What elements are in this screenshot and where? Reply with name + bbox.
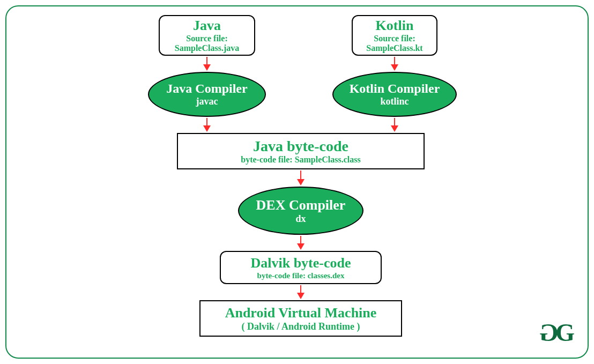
java-src-line1: Source file:	[186, 34, 227, 43]
java-src-line2: SampleClass.java	[175, 43, 239, 53]
dex-comp-title: DEX Compiler	[256, 197, 346, 213]
kotlin-comp-sub: kotlinc	[380, 96, 409, 107]
kotlin-src-line1: Source file:	[374, 34, 415, 43]
java-bc-title: Java byte-code	[253, 138, 348, 155]
java-src-title: Java	[193, 18, 221, 34]
node-kotlin-compiler: Kotlin Compiler kotlinc	[332, 72, 457, 117]
avm-title: Android Virtual Machine	[225, 305, 377, 321]
java-comp-title: Java Compiler	[166, 81, 247, 96]
kotlin-comp-title: Kotlin Compiler	[350, 81, 440, 96]
arrow-javac-to-bytecode	[206, 118, 207, 131]
arrow-dalvikbc-to-avm	[300, 285, 301, 298]
dalvik-bc-title: Dalvik byte-code	[250, 255, 351, 271]
node-java-source: Java Source file: SampleClass.java	[159, 15, 255, 56]
java-comp-sub: javac	[196, 96, 218, 107]
dalvik-bc-sub: byte-code file: classes.dex	[257, 271, 345, 280]
node-java-bytecode: Java byte-code byte-code file: SampleCla…	[177, 133, 425, 169]
kotlin-src-line2: SampleClass.kt	[366, 43, 422, 53]
java-bc-sub: byte-code file: SampleClass.class	[241, 155, 361, 165]
diagram-frame: Java Source file: SampleClass.java Kotli…	[5, 5, 589, 359]
arrow-bytecode-to-dex	[300, 170, 301, 184]
avm-sub: ( Dalvik / Android Runtime )	[241, 321, 360, 332]
geeksforgeeks-logo: GG	[541, 318, 573, 347]
kotlin-src-title: Kotlin	[376, 18, 414, 34]
node-dalvik-bytecode: Dalvik byte-code byte-code file: classes…	[220, 251, 382, 284]
arrow-kotlinc-to-bytecode	[394, 118, 395, 131]
node-dex-compiler: DEX Compiler dx	[238, 187, 363, 235]
arrow-dex-to-dalvikbc	[300, 236, 301, 249]
node-android-vm: Android Virtual Machine ( Dalvik / Andro…	[199, 300, 402, 337]
node-kotlin-source: Kotlin Source file: SampleClass.kt	[352, 15, 437, 56]
logo-char-left: G	[541, 318, 559, 347]
dex-comp-sub: dx	[295, 213, 306, 225]
node-java-compiler: Java Compiler javac	[148, 72, 266, 117]
arrow-kotlin-to-kotlinc	[394, 57, 395, 70]
arrow-java-to-javac	[206, 57, 207, 70]
